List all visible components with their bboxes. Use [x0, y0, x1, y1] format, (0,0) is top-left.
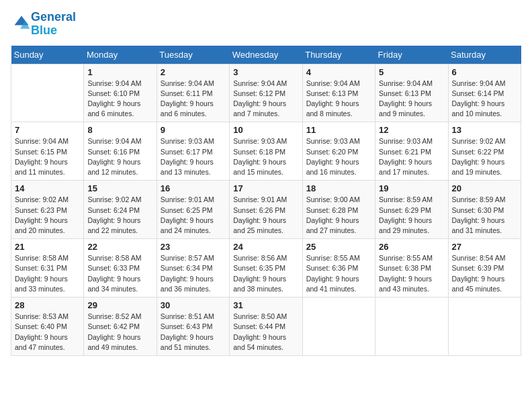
day-info: Sunrise: 9:03 AMSunset: 6:18 PMDaylight:… [233, 136, 298, 177]
day-info: Sunrise: 8:54 AMSunset: 6:39 PMDaylight:… [452, 253, 517, 294]
calendar-week-row: 28Sunrise: 8:53 AMSunset: 6:40 PMDayligh… [11, 298, 521, 356]
calendar-cell: 16Sunrise: 9:01 AMSunset: 6:25 PMDayligh… [157, 181, 229, 239]
calendar-header-row: SundayMondayTuesdayWednesdayThursdayFrid… [11, 46, 521, 64]
calendar-cell: 1Sunrise: 9:04 AMSunset: 6:10 PMDaylight… [84, 64, 157, 122]
day-number: 30 [161, 300, 226, 310]
day-number: 4 [306, 67, 371, 77]
day-info: Sunrise: 8:56 AMSunset: 6:35 PMDaylight:… [233, 253, 298, 294]
logo-icon [12, 13, 31, 32]
day-info: Sunrise: 9:04 AMSunset: 6:16 PMDaylight:… [87, 136, 152, 177]
day-info: Sunrise: 8:58 AMSunset: 6:33 PMDaylight:… [87, 253, 152, 294]
day-number: 2 [161, 67, 226, 77]
calendar-cell: 24Sunrise: 8:56 AMSunset: 6:35 PMDayligh… [230, 239, 302, 298]
day-number: 29 [87, 300, 152, 310]
calendar-cell: 2Sunrise: 9:04 AMSunset: 6:11 PMDaylight… [157, 64, 229, 122]
calendar-cell [375, 298, 448, 356]
calendar-cell: 31Sunrise: 8:50 AMSunset: 6:44 PMDayligh… [230, 298, 302, 356]
day-info: Sunrise: 9:02 AMSunset: 6:24 PMDaylight:… [87, 195, 152, 236]
calendar-cell: 13Sunrise: 9:02 AMSunset: 6:22 PMDayligh… [448, 122, 521, 181]
day-number: 9 [161, 125, 226, 135]
day-info: Sunrise: 8:51 AMSunset: 6:43 PMDaylight:… [161, 312, 226, 353]
calendar-cell: 21Sunrise: 8:58 AMSunset: 6:31 PMDayligh… [11, 239, 84, 298]
column-header-sunday: Sunday [11, 46, 84, 64]
calendar-cell: 25Sunrise: 8:55 AMSunset: 6:36 PMDayligh… [302, 239, 375, 298]
day-number: 25 [306, 242, 371, 252]
day-info: Sunrise: 9:03 AMSunset: 6:20 PMDaylight:… [306, 136, 371, 177]
day-info: Sunrise: 9:04 AMSunset: 6:11 PMDaylight:… [161, 79, 226, 120]
column-header-wednesday: Wednesday [230, 46, 302, 64]
page-header: GeneralBlue [11, 11, 521, 38]
column-header-tuesday: Tuesday [157, 46, 229, 64]
day-info: Sunrise: 9:04 AMSunset: 6:15 PMDaylight:… [15, 136, 80, 177]
calendar-cell: 9Sunrise: 9:03 AMSunset: 6:17 PMDaylight… [157, 122, 229, 181]
calendar-week-row: 14Sunrise: 9:02 AMSunset: 6:23 PMDayligh… [11, 181, 521, 239]
day-info: Sunrise: 9:04 AMSunset: 6:13 PMDaylight:… [306, 79, 371, 120]
calendar-cell: 23Sunrise: 8:57 AMSunset: 6:34 PMDayligh… [157, 239, 229, 298]
calendar-week-row: 1Sunrise: 9:04 AMSunset: 6:10 PMDaylight… [11, 64, 521, 122]
day-info: Sunrise: 9:04 AMSunset: 6:13 PMDaylight:… [379, 79, 444, 120]
day-info: Sunrise: 9:04 AMSunset: 6:14 PMDaylight:… [452, 79, 517, 120]
calendar-table: SundayMondayTuesdayWednesdayThursdayFrid… [11, 46, 521, 356]
calendar-body: 1Sunrise: 9:04 AMSunset: 6:10 PMDaylight… [11, 64, 521, 355]
calendar-cell: 29Sunrise: 8:52 AMSunset: 6:42 PMDayligh… [84, 298, 157, 356]
column-header-saturday: Saturday [448, 46, 521, 64]
calendar-cell: 10Sunrise: 9:03 AMSunset: 6:18 PMDayligh… [230, 122, 302, 181]
day-number: 5 [379, 67, 444, 77]
day-info: Sunrise: 9:04 AMSunset: 6:10 PMDaylight:… [87, 79, 152, 120]
day-number: 16 [161, 183, 226, 193]
day-number: 13 [452, 125, 517, 135]
column-header-friday: Friday [375, 46, 448, 64]
day-number: 1 [87, 67, 152, 77]
day-number: 27 [452, 242, 517, 252]
calendar-week-row: 7Sunrise: 9:04 AMSunset: 6:15 PMDaylight… [11, 122, 521, 181]
day-number: 19 [379, 183, 444, 193]
calendar-cell: 28Sunrise: 8:53 AMSunset: 6:40 PMDayligh… [11, 298, 84, 356]
day-info: Sunrise: 9:01 AMSunset: 6:25 PMDaylight:… [161, 195, 226, 236]
day-info: Sunrise: 8:52 AMSunset: 6:42 PMDaylight:… [87, 312, 152, 353]
calendar-cell [11, 64, 84, 122]
day-number: 31 [233, 300, 298, 310]
day-info: Sunrise: 9:00 AMSunset: 6:28 PMDaylight:… [306, 195, 371, 236]
day-number: 12 [379, 125, 444, 135]
day-number: 28 [15, 300, 80, 310]
day-number: 21 [15, 242, 80, 252]
calendar-cell: 26Sunrise: 8:55 AMSunset: 6:38 PMDayligh… [375, 239, 448, 298]
column-header-thursday: Thursday [302, 46, 375, 64]
calendar-cell: 11Sunrise: 9:03 AMSunset: 6:20 PMDayligh… [302, 122, 375, 181]
day-info: Sunrise: 8:50 AMSunset: 6:44 PMDaylight:… [233, 312, 298, 353]
calendar-cell: 5Sunrise: 9:04 AMSunset: 6:13 PMDaylight… [375, 64, 448, 122]
day-number: 17 [233, 183, 298, 193]
calendar-cell: 27Sunrise: 8:54 AMSunset: 6:39 PMDayligh… [448, 239, 521, 298]
logo-text: GeneralBlue [31, 11, 76, 38]
logo: GeneralBlue [11, 11, 76, 38]
day-info: Sunrise: 8:55 AMSunset: 6:38 PMDaylight:… [379, 253, 444, 294]
calendar-cell [448, 298, 521, 356]
calendar-cell: 17Sunrise: 9:01 AMSunset: 6:26 PMDayligh… [230, 181, 302, 239]
day-info: Sunrise: 8:53 AMSunset: 6:40 PMDaylight:… [15, 312, 80, 353]
calendar-cell: 22Sunrise: 8:58 AMSunset: 6:33 PMDayligh… [84, 239, 157, 298]
calendar-cell: 30Sunrise: 8:51 AMSunset: 6:43 PMDayligh… [157, 298, 229, 356]
calendar-cell [302, 298, 375, 356]
day-number: 7 [15, 125, 80, 135]
calendar-cell: 3Sunrise: 9:04 AMSunset: 6:12 PMDaylight… [230, 64, 302, 122]
day-number: 8 [87, 125, 152, 135]
day-number: 22 [87, 242, 152, 252]
day-number: 15 [87, 183, 152, 193]
day-number: 3 [233, 67, 298, 77]
day-number: 14 [15, 183, 80, 193]
calendar-cell: 4Sunrise: 9:04 AMSunset: 6:13 PMDaylight… [302, 64, 375, 122]
column-header-monday: Monday [84, 46, 157, 64]
calendar-cell: 6Sunrise: 9:04 AMSunset: 6:14 PMDaylight… [448, 64, 521, 122]
calendar-cell: 15Sunrise: 9:02 AMSunset: 6:24 PMDayligh… [84, 181, 157, 239]
day-info: Sunrise: 9:03 AMSunset: 6:21 PMDaylight:… [379, 136, 444, 177]
day-number: 26 [379, 242, 444, 252]
day-number: 10 [233, 125, 298, 135]
calendar-cell: 7Sunrise: 9:04 AMSunset: 6:15 PMDaylight… [11, 122, 84, 181]
day-info: Sunrise: 9:01 AMSunset: 6:26 PMDaylight:… [233, 195, 298, 236]
day-number: 6 [452, 67, 517, 77]
day-info: Sunrise: 9:02 AMSunset: 6:23 PMDaylight:… [15, 195, 80, 236]
day-number: 23 [161, 242, 226, 252]
calendar-week-row: 21Sunrise: 8:58 AMSunset: 6:31 PMDayligh… [11, 239, 521, 298]
day-info: Sunrise: 8:59 AMSunset: 6:30 PMDaylight:… [452, 195, 517, 236]
calendar-cell: 20Sunrise: 8:59 AMSunset: 6:30 PMDayligh… [448, 181, 521, 239]
